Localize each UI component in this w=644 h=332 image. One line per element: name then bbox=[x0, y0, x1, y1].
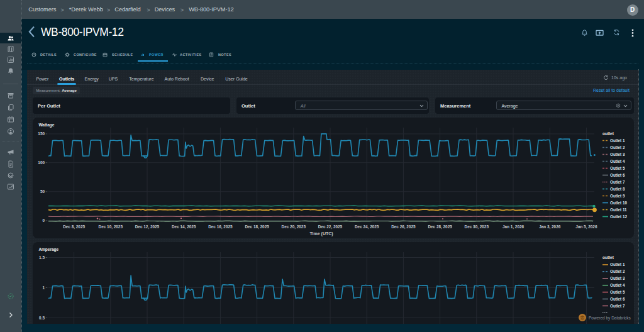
svg-text:Dec 8, 2025: Dec 8, 2025 bbox=[63, 224, 85, 230]
svg-text:Outlet 6: Outlet 6 bbox=[610, 173, 625, 177]
svg-text:Jan 3, 2026: Jan 3, 2026 bbox=[539, 224, 561, 230]
svg-text:Outlet 3: Outlet 3 bbox=[610, 152, 625, 157]
svg-text:Outlet 11: Outlet 11 bbox=[610, 208, 627, 212]
svg-text:Outlet 2: Outlet 2 bbox=[610, 269, 625, 274]
svg-text:Outlet 7: Outlet 7 bbox=[610, 180, 625, 184]
svg-text:Dec 28, 2025: Dec 28, 2025 bbox=[428, 224, 452, 230]
svg-text:50: 50 bbox=[40, 189, 45, 194]
svg-text:Outlet 10: Outlet 10 bbox=[610, 201, 627, 205]
svg-text:Time (UTC): Time (UTC) bbox=[309, 231, 333, 236]
svg-text:Jan 5, 2026: Jan 5, 2026 bbox=[575, 224, 597, 230]
svg-text:Dec 14, 2025: Dec 14, 2025 bbox=[172, 224, 196, 230]
svg-text:0: 0 bbox=[42, 218, 45, 223]
svg-text:Outlet 4: Outlet 4 bbox=[610, 283, 625, 287]
svg-text:1: 1 bbox=[42, 285, 45, 290]
svg-text:Outlet 1: Outlet 1 bbox=[610, 262, 625, 267]
svg-text:Dec 30, 2025: Dec 30, 2025 bbox=[465, 224, 489, 230]
svg-text:Outlet 4: Outlet 4 bbox=[610, 159, 625, 163]
svg-text:Jan 1, 2026: Jan 1, 2026 bbox=[502, 224, 525, 230]
svg-text:Outlet 5: Outlet 5 bbox=[610, 290, 625, 294]
svg-text:Outlet 9: Outlet 9 bbox=[610, 194, 625, 198]
svg-text:Dec 10, 2025: Dec 10, 2025 bbox=[99, 224, 123, 230]
svg-text:1.5: 1.5 bbox=[39, 255, 45, 260]
svg-text:Outlet 2: Outlet 2 bbox=[610, 145, 625, 150]
svg-text:Outlet 12: Outlet 12 bbox=[610, 214, 627, 219]
svg-text:Dec 26, 2025: Dec 26, 2025 bbox=[391, 224, 416, 230]
svg-text:Dec 12, 2025: Dec 12, 2025 bbox=[135, 224, 160, 230]
svg-text:outlet: outlet bbox=[602, 255, 614, 260]
svg-text:150: 150 bbox=[38, 131, 45, 136]
svg-text:Dec 16, 2025: Dec 16, 2025 bbox=[208, 224, 233, 230]
svg-text:outlet: outlet bbox=[602, 131, 614, 136]
svg-text:100: 100 bbox=[38, 160, 45, 165]
svg-text:Dec 18, 2025: Dec 18, 2025 bbox=[245, 224, 269, 230]
svg-text:Dec 20, 2025: Dec 20, 2025 bbox=[282, 224, 306, 230]
svg-text:Outlet 8: Outlet 8 bbox=[610, 187, 625, 191]
svg-text:Outlet 6: Outlet 6 bbox=[610, 297, 625, 301]
svg-text:Outlet 7: Outlet 7 bbox=[610, 304, 625, 308]
svg-text:0.5: 0.5 bbox=[39, 316, 45, 320]
svg-text:Dec 24, 2025: Dec 24, 2025 bbox=[355, 224, 379, 230]
svg-text:Outlet 3: Outlet 3 bbox=[610, 276, 625, 280]
svg-text:Outlet 5: Outlet 5 bbox=[610, 166, 625, 170]
svg-text:Dec 22, 2025: Dec 22, 2025 bbox=[318, 224, 343, 230]
svg-text:Powered by Databricks: Powered by Databricks bbox=[589, 316, 631, 321]
svg-text:Outlet 1: Outlet 1 bbox=[610, 138, 625, 143]
